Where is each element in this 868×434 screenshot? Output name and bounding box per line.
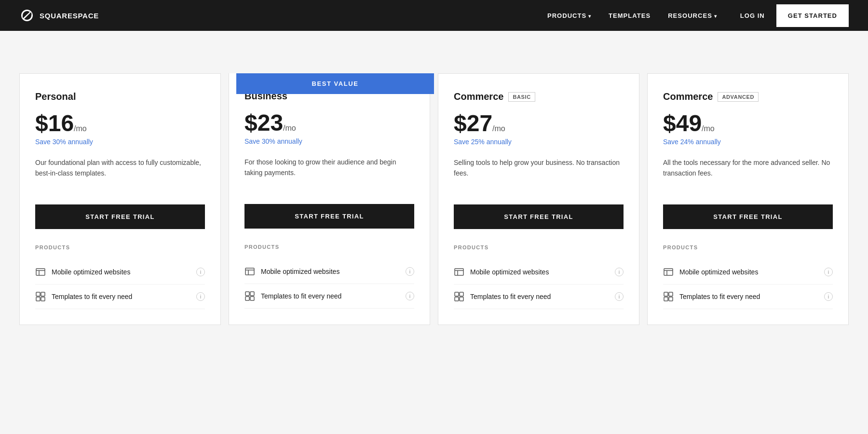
info-icon[interactable]: i [824,292,833,301]
svg-rect-10 [245,292,249,296]
info-icon[interactable]: i [196,268,205,276]
svg-rect-14 [455,269,463,275]
feature-text: Mobile optimized websites [679,268,818,276]
plan-save-commerce-advanced: Save 24% annually [663,138,833,146]
feature-item: Mobile optimized websites i [244,259,414,284]
svg-rect-12 [245,297,249,300]
svg-rect-26 [664,297,668,301]
svg-rect-24 [664,292,668,296]
info-icon[interactable]: i [824,268,833,276]
templates-icon [35,291,46,302]
products-label-commerce-advanced: PRODUCTS [663,244,833,250]
nav-item-products[interactable]: PRODUCTS [547,11,591,20]
nav-link-resources[interactable]: RESOURCES [668,12,717,19]
feature-item: Mobile optimized websites i [663,260,833,285]
main-nav: SQUARESPACE PRODUCTS TEMPLATES RESOURCES… [0,0,868,31]
plan-card-commerce-basic: Commerce BASIC $27/mo Save 25% annually … [438,73,639,325]
feature-item: Templates to fit every need i [663,285,833,309]
get-started-button[interactable]: GET STARTED [776,4,849,27]
feature-text: Templates to fit every need [679,293,818,300]
nav-item-resources[interactable]: RESOURCES [668,11,717,20]
plan-save-personal: Save 30% annually [35,138,205,146]
svg-rect-19 [455,297,459,301]
brand-logo[interactable]: SQUARESPACE [19,8,99,23]
plan-dollar-commerce-advanced: $49 [663,110,702,136]
brand-name: SQUARESPACE [40,12,99,20]
info-icon[interactable]: i [406,292,414,300]
website-icon [454,267,464,277]
plan-badge-basic: BASIC [508,92,535,102]
info-icon[interactable]: i [196,292,205,301]
plan-mo-commerce-advanced: /mo [702,124,715,133]
feature-text: Templates to fit every need [52,293,190,300]
plan-description-commerce-basic: Selling tools to help grow your business… [454,157,624,191]
svg-rect-25 [669,292,673,296]
plan-price-personal: $16/mo [35,112,205,135]
svg-rect-3 [36,292,40,296]
templates-icon [454,291,464,302]
pricing-wrapper: BEST VALUE Personal $16/mo Save 30% annu… [19,73,849,325]
start-trial-business[interactable]: START FREE TRIAL [244,204,414,229]
svg-rect-5 [36,297,40,301]
plan-card-business: Business $23/mo Save 30% annually For th… [229,73,430,325]
svg-rect-4 [41,292,45,296]
feature-text: Templates to fit every need [261,292,400,300]
start-trial-commerce-basic[interactable]: START FREE TRIAL [454,204,624,229]
svg-rect-7 [245,268,254,275]
plan-dollar-personal: $16 [35,110,74,136]
plan-save-business: Save 30% annually [244,137,414,145]
plan-name-commerce-advanced: Commerce ADVANCED [663,91,833,102]
templates-icon [663,291,674,302]
plan-name-commerce-basic: Commerce BASIC [454,91,624,102]
plan-description-commerce-advanced: All the tools necessary for the more adv… [663,157,833,191]
plan-description-personal: Our foundational plan with access to ful… [35,157,205,191]
svg-rect-6 [41,297,45,301]
website-icon [663,267,674,277]
plan-mo-commerce-basic: /mo [492,124,505,133]
login-link[interactable]: LOG IN [740,12,765,19]
nav-actions: LOG IN GET STARTED [740,4,849,27]
svg-rect-17 [455,292,459,296]
plan-dollar-commerce-basic: $27 [454,110,492,136]
nav-link-templates[interactable]: TEMPLATES [609,12,651,19]
info-icon[interactable]: i [406,267,414,276]
feature-item: Templates to fit every need i [454,285,624,309]
website-icon [244,266,255,277]
main-content: BEST VALUE Personal $16/mo Save 30% annu… [0,31,868,344]
svg-rect-0 [36,269,45,275]
info-icon[interactable]: i [615,268,624,276]
plan-card-personal: Personal $16/mo Save 30% annually Our fo… [19,73,221,325]
svg-rect-13 [250,297,254,300]
pricing-cards-row: Personal $16/mo Save 30% annually Our fo… [19,73,849,325]
logo-icon [19,8,35,23]
info-icon[interactable]: i [615,292,624,301]
feature-item: Mobile optimized websites i [454,260,624,285]
svg-rect-11 [250,292,254,296]
feature-item: Templates to fit every need i [244,284,414,309]
plan-price-business: $23/mo [244,111,414,135]
feature-item: Mobile optimized websites i [35,260,205,285]
best-value-label: BEST VALUE [312,80,359,87]
templates-icon [244,291,255,301]
nav-link-products[interactable]: PRODUCTS [547,12,591,19]
start-trial-commerce-advanced[interactable]: START FREE TRIAL [663,204,833,229]
plan-badge-advanced: ADVANCED [718,92,759,102]
plan-price-commerce-basic: $27/mo [454,112,624,135]
plan-card-commerce-advanced: Commerce ADVANCED $49/mo Save 24% annual… [647,73,849,325]
plan-description-business: For those looking to grow their audience… [244,157,414,190]
feature-text: Mobile optimized websites [52,268,190,276]
plan-name-personal: Personal [35,91,205,102]
products-label-business: PRODUCTS [244,244,414,250]
plan-dollar-business: $23 [244,110,283,136]
svg-rect-27 [669,297,673,301]
svg-rect-20 [460,297,463,301]
feature-item: Templates to fit every need i [35,285,205,309]
plan-mo-personal: /mo [74,124,87,133]
feature-text: Mobile optimized websites [261,268,400,275]
nav-links: PRODUCTS TEMPLATES RESOURCES [547,11,717,20]
plan-price-commerce-advanced: $49/mo [663,112,833,135]
start-trial-personal[interactable]: START FREE TRIAL [35,204,205,229]
feature-text: Templates to fit every need [470,293,609,300]
nav-item-templates[interactable]: TEMPLATES [609,11,651,20]
svg-rect-21 [664,269,673,275]
